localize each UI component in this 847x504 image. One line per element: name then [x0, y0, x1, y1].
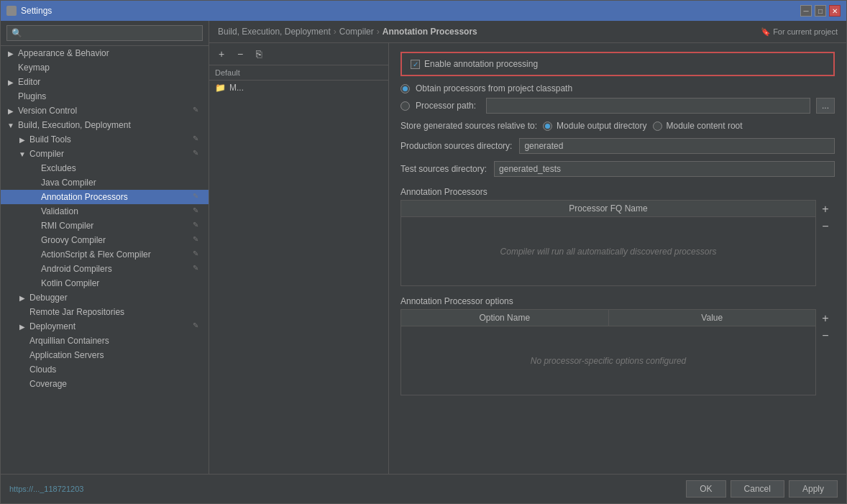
- sidebar-item-kotlin-compiler[interactable]: Kotlin Compiler: [1, 276, 209, 290]
- sidebar-item-clouds[interactable]: Clouds: [1, 362, 209, 377]
- edit-icon: ✎: [193, 249, 203, 260]
- title-bar: Settings ─ □ ✕: [1, 1, 846, 21]
- annotation-processors-table-container: Processor FQ Name Compiler will run all …: [400, 200, 835, 286]
- arrow-icon: ▶: [18, 135, 27, 144]
- sidebar-item-label: Coverage: [29, 379, 203, 389]
- sidebar-item-label: Editor: [18, 77, 203, 87]
- edit-icon: ✎: [193, 321, 203, 331]
- processor-path-browse-button[interactable]: ...: [816, 98, 835, 114]
- sidebar-item-label: Clouds: [29, 365, 203, 375]
- title-bar-left: Settings: [6, 6, 52, 16]
- sidebar-item-label: Appearance & Behavior: [18, 48, 203, 58]
- sidebar-item-java-compiler[interactable]: Java Compiler: [1, 175, 209, 190]
- sidebar-item-plugins[interactable]: Plugins: [1, 89, 209, 104]
- cancel-button[interactable]: Cancel: [731, 480, 784, 498]
- test-sources-label: Test sources directory:: [400, 164, 487, 174]
- sidebar-item-label: Groovy Compiler: [41, 235, 190, 245]
- left-panel: ▶ Appearance & Behavior Keymap ▶ Editor …: [1, 21, 209, 474]
- option-name-column: Option Name: [401, 310, 609, 326]
- ok-button[interactable]: OK: [686, 480, 725, 498]
- profile-item[interactable]: 📁 M...: [209, 81, 388, 95]
- sidebar-item-annotation-processors[interactable]: Annotation Processors ✎: [1, 190, 209, 204]
- sidebar-item-editor[interactable]: ▶ Editor: [1, 75, 209, 89]
- add-profile-button[interactable]: +: [214, 46, 229, 62]
- arrow-icon: [29, 178, 38, 187]
- arrow-icon: [29, 236, 38, 244]
- radio-content-root[interactable]: [653, 122, 662, 131]
- enable-annotation-text: Enable annotation processing: [424, 59, 538, 69]
- store-content-root[interactable]: Module content root: [653, 121, 743, 131]
- remove-profile-button[interactable]: −: [232, 46, 248, 62]
- radio-path-label: Processor path:: [416, 101, 476, 111]
- add-processor-button[interactable]: +: [818, 201, 833, 217]
- copy-profile-button[interactable]: ⎘: [251, 46, 267, 62]
- sidebar-item-excludes[interactable]: Excludes: [1, 161, 209, 175]
- sidebar-item-groovy-compiler[interactable]: Groovy Compiler ✎: [1, 233, 209, 247]
- breadcrumb: Build, Execution, Deployment › Compiler …: [209, 21, 846, 43]
- remove-processor-button[interactable]: −: [818, 219, 833, 234]
- radio-module-output[interactable]: [543, 122, 552, 131]
- sidebar-item-label: Keymap: [18, 63, 203, 73]
- breadcrumb-sep-1: ›: [334, 27, 336, 37]
- sidebar-item-keymap[interactable]: Keymap: [1, 60, 209, 75]
- arrow-icon: [18, 365, 27, 374]
- annotation-processors-label: Annotation Processors: [400, 187, 835, 197]
- annotation-processors-table-header: Processor FQ Name: [401, 201, 815, 217]
- sidebar-item-validation[interactable]: Validation ✎: [1, 204, 209, 219]
- sidebar-item-android-compilers[interactable]: Android Compilers ✎: [1, 262, 209, 276]
- search-box: [1, 21, 209, 46]
- sidebar-item-remote-jar[interactable]: Remote Jar Repositories: [1, 305, 209, 319]
- sidebar-item-coverage[interactable]: Coverage: [1, 377, 209, 391]
- search-input[interactable]: [6, 25, 203, 41]
- project-tag: 🔖 For current project: [761, 27, 838, 37]
- sidebar-item-appearance[interactable]: ▶ Appearance & Behavior: [1, 46, 209, 60]
- enable-annotation-label[interactable]: Enable annotation processing: [411, 59, 538, 69]
- maximize-button[interactable]: □: [815, 5, 826, 17]
- sidebar-item-debugger[interactable]: ▶ Debugger: [1, 290, 209, 305]
- radio-option-path[interactable]: Processor path: ...: [400, 98, 835, 114]
- arrow-icon: ▶: [18, 293, 27, 302]
- sidebar-item-app-servers[interactable]: Application Servers: [1, 348, 209, 362]
- sidebar-item-label: Version Control: [18, 106, 190, 116]
- radio-classpath-label: Obtain processors from project classpath: [416, 83, 572, 93]
- sidebar-item-label: Validation: [41, 206, 190, 216]
- remove-option-button[interactable]: −: [818, 328, 833, 344]
- processor-source-group: Obtain processors from project classpath…: [400, 83, 835, 114]
- profiles-panel: + − ⎘ Default 📁 M...: [209, 43, 389, 474]
- sidebar-item-label: Debugger: [29, 293, 203, 303]
- add-option-button[interactable]: +: [818, 311, 833, 326]
- minimize-button[interactable]: ─: [800, 5, 812, 17]
- annotation-options-table-body: No processor-specific options configured: [401, 326, 815, 395]
- test-sources-input[interactable]: [494, 161, 835, 177]
- processor-path-input[interactable]: [486, 98, 810, 114]
- enable-annotation-checkbox[interactable]: [411, 60, 420, 69]
- sidebar-item-label: Compiler: [29, 149, 190, 159]
- test-sources-row: Test sources directory:: [400, 161, 835, 177]
- arrow-icon: [29, 221, 38, 230]
- sidebar-item-compiler[interactable]: ▼ Compiler ✎: [1, 147, 209, 161]
- profiles-list: Default 📁 M...: [209, 65, 388, 474]
- sidebar-item-deployment[interactable]: ▶ Deployment ✎: [1, 319, 209, 334]
- profile-name: M...: [229, 83, 244, 93]
- radio-classpath[interactable]: [400, 84, 410, 93]
- sidebar-item-label: Deployment: [29, 321, 190, 331]
- close-button[interactable]: ✕: [829, 5, 841, 17]
- radio-option-classpath[interactable]: Obtain processors from project classpath: [400, 83, 835, 93]
- sidebar-item-build-execution[interactable]: ▼ Build, Execution, Deployment: [1, 118, 209, 132]
- sidebar-item-version-control[interactable]: ▶ Version Control ✎: [1, 104, 209, 118]
- production-sources-input[interactable]: [519, 138, 835, 154]
- radio-path[interactable]: [400, 101, 410, 111]
- sidebar-item-rmi-compiler[interactable]: RMI Compiler ✎: [1, 219, 209, 233]
- annotation-options-table: Option Name Value No processor-specific …: [400, 309, 816, 395]
- processor-fq-name-column: Processor FQ Name: [401, 201, 815, 216]
- sidebar-item-label: ActionScript & Flex Compiler: [41, 249, 190, 260]
- arrow-icon: ▼: [18, 150, 27, 158]
- store-module-output[interactable]: Module output directory: [543, 121, 646, 131]
- arrow-icon: [29, 250, 38, 259]
- sidebar-item-arquillian[interactable]: Arquillian Containers: [1, 334, 209, 348]
- sidebar-item-build-tools[interactable]: ▶ Build Tools ✎: [1, 132, 209, 147]
- edit-icon: ✎: [193, 149, 203, 159]
- sidebar-item-actionscript-flex[interactable]: ActionScript & Flex Compiler ✎: [1, 247, 209, 262]
- apply-button[interactable]: Apply: [789, 480, 838, 498]
- settings-window: Settings ─ □ ✕ ▶ Appearance & Behavior: [0, 0, 847, 504]
